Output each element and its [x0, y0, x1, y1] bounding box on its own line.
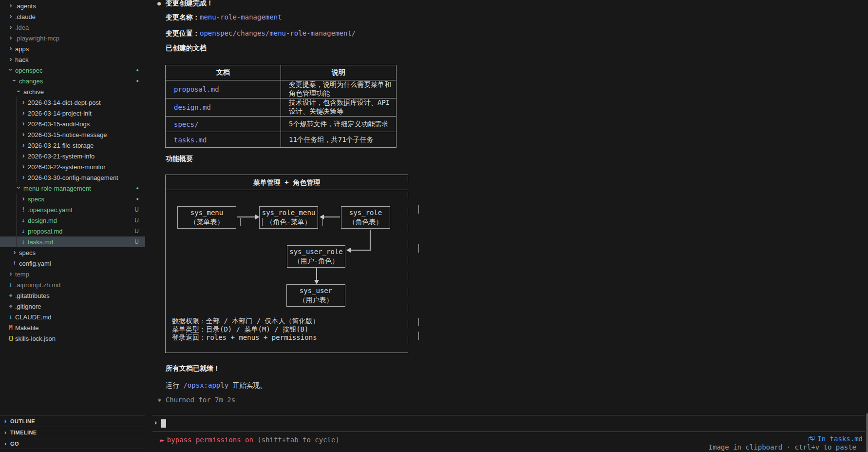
- tree-item-2026-03-30-config-management[interactable]: ›2026-03-30-config-management: [0, 172, 145, 183]
- tree-item-label: .openspec.yaml: [28, 206, 72, 214]
- tree-item-CLAUDE.md[interactable]: ↓CLAUDE.md: [0, 312, 145, 322]
- change-location-value: openspec/changes/menu-role-management/: [200, 29, 356, 37]
- run-suffix: 开始实现。: [228, 381, 266, 389]
- ascii-dash: [350, 257, 350, 265]
- file-tree: ›.agents›.claude›.idea›.playwright-mcp›a…: [0, 0, 145, 344]
- summary-heading: 功能概要: [166, 155, 193, 163]
- chevron-right-icon: ›: [2, 440, 9, 447]
- panel-go[interactable]: ›GO: [0, 438, 145, 449]
- modified-dot-badge: ●: [136, 79, 139, 83]
- doc-cell: design.md: [166, 98, 281, 117]
- tree-item-.gitattributes[interactable]: ◆.gitattributes: [0, 290, 145, 301]
- chevron-right-icon: ›: [19, 107, 27, 118]
- ascii-dash: [418, 332, 419, 340]
- docs-table-row: design.md技术设计，包含数据库设计、API设计、关键决策等: [166, 98, 396, 117]
- tree-item-2026-03-15-notice-message[interactable]: ›2026-03-15-notice-message: [0, 129, 145, 140]
- ascii-dash: [418, 205, 419, 214]
- scrollbar[interactable]: [867, 413, 868, 452]
- tree-item-label: hack: [15, 56, 28, 63]
- tree-item-hack[interactable]: ›hack: [0, 54, 145, 65]
- tree-item-label: apps: [15, 45, 29, 53]
- tree-item-.playwright-mcp[interactable]: ›.playwright-mcp: [0, 33, 145, 43]
- tree-item-label: .aiprompt.zh.md: [15, 281, 60, 289]
- permission-mode-indicator[interactable]: ▶▶bypass permissions on (shift+tab to cy…: [160, 436, 340, 444]
- tree-item-.aiprompt.zh.md[interactable]: ↓.aiprompt.zh.md: [0, 279, 145, 290]
- tree-item-Makefile[interactable]: MMakefile: [0, 322, 145, 333]
- chevron-right-icon: ›: [7, 54, 15, 64]
- panel-timeline[interactable]: ›TIMELINE: [0, 427, 145, 438]
- tree-item-.openspec.yaml[interactable]: !.openspec.yamlU: [0, 204, 145, 215]
- chevron-down-icon: ›: [5, 66, 16, 74]
- tree-item-specs[interactable]: ›specs: [0, 247, 145, 258]
- tree-item-2026-03-22-system-monitor[interactable]: ›2026-03-22-system-monitor: [0, 161, 145, 172]
- modified-dot-badge: ●: [136, 186, 139, 191]
- docs-table: 文档 说明 proposal.md变更提案，说明为什么需要菜单和角色管理功能de…: [165, 65, 396, 148]
- tree-item-.gitignore[interactable]: ◆.gitignore: [0, 301, 145, 312]
- node-name: sys_role: [349, 208, 382, 217]
- change-name-value: menu-role-management: [200, 13, 282, 21]
- tree-item-openspec[interactable]: ›openspec●: [0, 65, 145, 76]
- panel-outline[interactable]: ›OUTLINE: [0, 415, 145, 427]
- tree-item-label: .agents: [15, 2, 36, 10]
- chevron-right-icon: ›: [7, 11, 15, 21]
- make-file-icon: M: [7, 322, 15, 333]
- ascii-dash: [350, 218, 350, 226]
- tree-item-config.yaml[interactable]: !config.yaml: [0, 258, 145, 269]
- er-diagram: 菜单管理 + 角色管理 sys_menu（菜单表）sys_role_menu（角…: [165, 175, 408, 353]
- tree-item-changes[interactable]: ›changes●: [0, 76, 145, 86]
- tree-item-label: .claude: [15, 13, 36, 20]
- in-file-indicator[interactable]: In tasks.md: [809, 435, 863, 443]
- tree-item-.claude[interactable]: ›.claude: [0, 11, 145, 22]
- diagram-node-sys_menu: sys_menu（菜单表）: [177, 206, 236, 229]
- tree-item-apps[interactable]: ›apps: [0, 43, 145, 54]
- tree-item-label: specs: [28, 196, 44, 203]
- ascii-dash: [418, 244, 419, 253]
- run-line: 运行 /opsx:apply 开始实现。: [166, 381, 267, 390]
- tree-item-label: specs: [19, 249, 36, 256]
- docs-heading: 已创建的文档: [166, 44, 207, 53]
- tree-item-label: .idea: [15, 24, 29, 31]
- tree-item-design.md[interactable]: ↓design.mdU: [0, 215, 145, 226]
- arrow-down-icon: [314, 280, 319, 284]
- text-cursor[interactable]: [161, 419, 166, 428]
- tree-item-2026-03-14-dict-dept-post[interactable]: ›2026-03-14-dict-dept-post: [0, 97, 145, 108]
- tree-item-label: openspec: [15, 67, 42, 74]
- tree-item-tasks.md[interactable]: ↓tasks.mdU: [0, 236, 145, 247]
- tree-item-2026-03-21-system-info[interactable]: ›2026-03-21-system-info: [0, 151, 145, 161]
- tree-item-2026-03-14-project-init[interactable]: ›2026-03-14-project-init: [0, 108, 145, 118]
- tree-item-proposal.md[interactable]: ↓proposal.mdU: [0, 226, 145, 236]
- desc-cell: 5个规范文件，详细定义功能需求: [281, 117, 396, 132]
- in-file-label: In tasks.md: [817, 435, 863, 443]
- tree-item-archive[interactable]: ›archive: [0, 86, 145, 97]
- chevron-right-icon: ›: [19, 150, 27, 161]
- tree-item-2026-03-15-audit-logs[interactable]: ›2026-03-15-audit-logs: [0, 118, 145, 129]
- indent-guide: [16, 194, 17, 247]
- tree-item-menu-role-management[interactable]: ›menu-role-management●: [0, 183, 145, 194]
- input-divider-bottom: [152, 432, 865, 432]
- tree-item-.agents[interactable]: ›.agents: [0, 0, 145, 11]
- tree-item-label: 2026-03-15-audit-logs: [28, 120, 90, 128]
- tree-item-specs[interactable]: ›specs●: [0, 194, 145, 204]
- tree-item-label: design.md: [28, 217, 57, 224]
- arrow-left-icon: [320, 215, 324, 219]
- diagram-node-sys_user: sys_user（用户表）: [286, 284, 345, 307]
- tree-item-label: menu-role-management: [23, 185, 91, 192]
- tree-item-label: .gitignore: [15, 303, 41, 310]
- chevron-right-icon: ›: [19, 172, 27, 182]
- change-location-line: 变更位置：openspec/changes/menu-role-manageme…: [166, 29, 356, 38]
- tree-item-label: 2026-03-22-system-monitor: [28, 163, 106, 171]
- tree-item-temp[interactable]: ›temp: [0, 269, 145, 279]
- diagram-node-sys_role_menu: sys_role_menu（角色-菜单）: [259, 206, 318, 229]
- chevron-right-icon: ›: [19, 118, 27, 129]
- overlapping-windows-icon: [809, 436, 814, 441]
- panel-label: GO: [10, 441, 19, 447]
- tree-item-2026-03-21-file-storage[interactable]: ›2026-03-21-file-storage: [0, 140, 145, 151]
- tree-item-skills-lock.json[interactable]: {}skills-lock.json: [0, 333, 145, 344]
- node-name: sys_user: [300, 286, 332, 295]
- ascii-dash: [240, 218, 241, 226]
- run-prefix: 运行: [166, 381, 183, 389]
- tree-item-label: 2026-03-21-system-info: [28, 153, 94, 160]
- ascii-dash: [322, 218, 323, 226]
- tree-item-.idea[interactable]: ›.idea: [0, 22, 145, 33]
- diagram-note: 数据权限：全部 / 本部门 / 仅本人（简化版）: [172, 317, 320, 326]
